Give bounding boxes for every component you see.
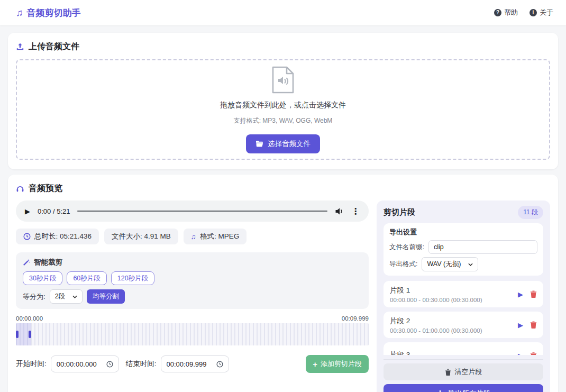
- start-time-label: 开始时间:: [16, 359, 47, 369]
- audio-player: ▶ 0:00 / 5:21 ⋮: [16, 200, 369, 222]
- clear-clips-button[interactable]: 清空片段: [384, 363, 543, 380]
- clips-sidebar: 剪切片段 11 段 导出设置 文件名前缀: 导出格式: WAV (无损): [377, 200, 550, 392]
- player-menu-button[interactable]: ⋮: [351, 206, 360, 216]
- help-label: 帮助: [504, 8, 518, 17]
- export-format-select[interactable]: WAV (无损): [422, 257, 478, 271]
- clip-2-actions: ▶: [518, 321, 537, 329]
- about-label: 关于: [540, 8, 553, 17]
- player-time: 0:00 / 5:21: [38, 207, 70, 215]
- volume-icon[interactable]: [335, 207, 344, 215]
- upload-section-title: 上传音频文件: [16, 41, 550, 52]
- clip-2-trash-icon[interactable]: [530, 321, 537, 329]
- add-clip-button[interactable]: + 添加剪切片段: [306, 355, 369, 373]
- clip-3-actions: ▶: [518, 352, 537, 355]
- upload-card: 上传音频文件 拖放音频文件到此处，或点击选择文件 支持格式: MP3, WAV,…: [8, 33, 558, 169]
- top-links: ? 帮助 i 关于: [494, 8, 553, 17]
- duration-badge-text: 总时长: 05:21.436: [34, 232, 92, 241]
- clip-1-trash-icon[interactable]: [530, 290, 537, 298]
- preview-left-column: ▶ 0:00 / 5:21 ⋮: [16, 200, 369, 392]
- dropzone[interactable]: 拖放音频文件到此处，或点击选择文件 支持格式: MP3, WAV, OGG, W…: [16, 59, 550, 160]
- equal-split-button[interactable]: 均等分割: [87, 289, 125, 304]
- folder-icon: [255, 140, 263, 147]
- format-chevron-down-icon: [468, 263, 473, 266]
- split-label: 等分为:: [23, 292, 45, 302]
- download-icon: [436, 390, 444, 392]
- start-clock-icon[interactable]: [106, 361, 113, 368]
- plus-icon: +: [313, 360, 317, 368]
- clip-2-time: 00:30.000 - 01:00.000 (00:30.000): [390, 327, 482, 334]
- player-play-button[interactable]: ▶: [25, 207, 30, 215]
- clip-1-time: 00:00.000 - 00:30.000 (00:30.000): [390, 297, 482, 303]
- preview-card: 音频预览 ▶ 0:00 / 5:21 ⋮: [8, 175, 558, 392]
- prefix-label: 文件名前缀:: [389, 243, 424, 252]
- selection-end-handle[interactable]: [29, 331, 31, 338]
- clip-3-label: 片段 3: [390, 350, 410, 355]
- prefix-row: 文件名前缀:: [389, 240, 537, 254]
- app-title: ♫ 音频剪切助手: [16, 7, 81, 19]
- about-link[interactable]: i 关于: [530, 8, 553, 17]
- dropzone-formats: 支持格式: MP3, WAV, OGG, WebM: [234, 116, 333, 125]
- clip-2-label: 片段 2: [390, 316, 482, 326]
- clip-item-3: 片段 3 ▶: [384, 342, 543, 355]
- start-time-box: [51, 355, 119, 372]
- split-count-select[interactable]: 2段: [50, 289, 83, 304]
- export-all-button[interactable]: 导出所有片段: [384, 384, 543, 392]
- clip-1-label: 片段 1: [390, 286, 482, 295]
- sidebar-header: 剪切片段 11 段: [384, 207, 543, 218]
- clip-3-info: 片段 3: [390, 350, 410, 355]
- clip-item-2: 片段 2 00:30.000 - 01:00.000 (00:30.000) ▶: [384, 312, 543, 338]
- duration-badge: 总时长: 05:21.436: [16, 229, 99, 244]
- magic-wand-icon: [23, 259, 30, 266]
- preview-section-title-text: 音频预览: [29, 183, 62, 194]
- filesize-badge-text: 文件大小: 4.91 MB: [112, 232, 171, 241]
- timeline-labels: 00:00.000 00:09.999: [16, 315, 369, 322]
- start-time-input[interactable]: [57, 360, 102, 368]
- end-clock-icon[interactable]: [216, 361, 223, 368]
- selection-start-handle[interactable]: [16, 331, 19, 338]
- clip-2-info: 片段 2 00:30.000 - 01:00.000 (00:30.000): [390, 316, 482, 334]
- clip-1-play-button[interactable]: ▶: [518, 290, 523, 298]
- preview-section-title: 音频预览: [16, 183, 550, 194]
- prefix-input[interactable]: [428, 240, 537, 254]
- help-link[interactable]: ? 帮助: [494, 8, 518, 17]
- end-time-input[interactable]: [167, 360, 212, 368]
- clip-3-play-button[interactable]: ▶: [518, 352, 523, 355]
- clip-list[interactable]: 片段 1 00:00.000 - 00:30.000 (00:30.000) ▶: [384, 281, 543, 355]
- upload-section-title-text: 上传音频文件: [29, 41, 79, 52]
- preset-120s-button[interactable]: 120秒片段: [111, 271, 154, 285]
- format-note-icon: ♫: [191, 233, 196, 241]
- timeline-end-label: 00:09.999: [342, 315, 369, 322]
- headphones-icon: [16, 185, 24, 193]
- end-time-box: [161, 355, 229, 372]
- clip-1-actions: ▶: [518, 290, 537, 298]
- info-icon: i: [530, 9, 537, 16]
- music-note-icon: ♫: [16, 7, 23, 19]
- audio-file-icon: [271, 66, 295, 94]
- time-controls: 开始时间: 结束时间:: [16, 355, 369, 373]
- format-badge: ♫ 格式: MPEG: [184, 229, 247, 244]
- format-row: 导出格式: WAV (无损): [389, 257, 537, 271]
- clip-1-info: 片段 1 00:00.000 - 00:30.000 (00:30.000): [390, 286, 482, 303]
- player-seek-bar[interactable]: [77, 211, 327, 212]
- clock-icon: [23, 233, 31, 240]
- waveform[interactable]: [16, 323, 369, 345]
- add-clip-button-label: 添加剪切片段: [321, 359, 362, 369]
- select-file-button[interactable]: 选择音频文件: [246, 134, 320, 153]
- export-settings-card: 导出设置 文件名前缀: 导出格式: WAV (无损): [384, 223, 543, 276]
- preset-60s-button[interactable]: 60秒片段: [67, 271, 106, 285]
- dropzone-text: 拖放音频文件到此处，或点击选择文件: [220, 101, 346, 110]
- chevron-down-icon: [72, 295, 77, 298]
- preset-30s-button[interactable]: 30秒片段: [23, 271, 62, 285]
- smart-cut-panel: 智能裁剪 30秒片段 60秒片段 120秒片段 等分为: 2段: [16, 252, 369, 309]
- clip-3-trash-icon[interactable]: [530, 352, 537, 355]
- clip-2-play-button[interactable]: ▶: [518, 321, 523, 329]
- format-badge-text: 格式: MPEG: [200, 232, 239, 241]
- app-title-text: 音频剪切助手: [27, 7, 81, 19]
- sidebar-divider: [384, 359, 543, 360]
- preset-buttons: 30秒片段 60秒片段 120秒片段: [23, 271, 362, 285]
- export-format-value: WAV (无损): [427, 260, 461, 269]
- audio-info-badges: 总时长: 05:21.436 文件大小: 4.91 MB ♫ 格式: MPEG: [16, 229, 369, 244]
- clip-item-1: 片段 1 00:00.000 - 00:30.000 (00:30.000) ▶: [384, 281, 543, 307]
- sidebar-title: 剪切片段: [384, 207, 415, 217]
- smart-cut-title: 智能裁剪: [23, 258, 362, 267]
